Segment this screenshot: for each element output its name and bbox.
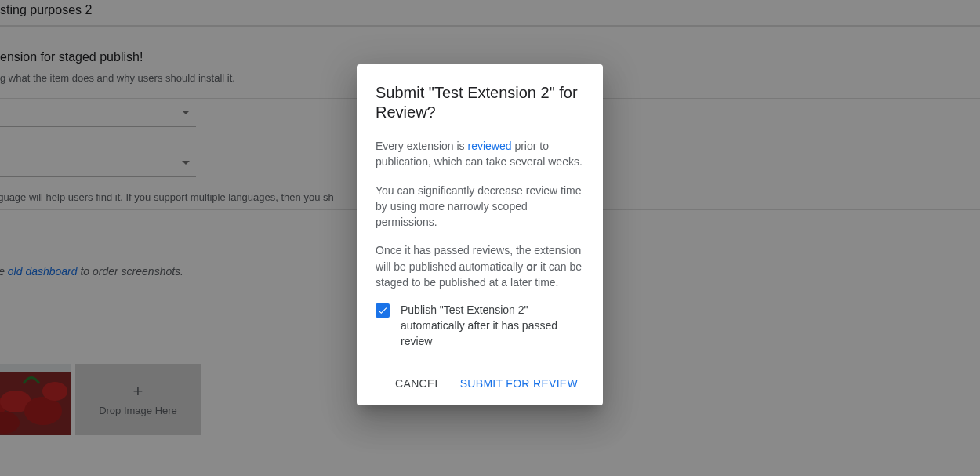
checkbox-checked-icon (376, 303, 390, 318)
auto-publish-option[interactable]: Publish "Test Extension 2" automatically… (376, 303, 584, 349)
dialog-paragraph-2: You can significantly decrease review ti… (376, 183, 584, 231)
cancel-button[interactable]: Cancel (389, 371, 448, 396)
dialog-paragraph-3: Once it has passed reviews, the extensio… (376, 242, 584, 290)
dialog-title: Submit "Test Extension 2" for Review? (376, 83, 584, 122)
submit-for-review-button[interactable]: Submit for Review (454, 371, 584, 396)
text: Every extension is (376, 140, 468, 152)
reviewed-link[interactable]: reviewed (468, 140, 512, 152)
submit-review-dialog: Submit "Test Extension 2" for Review? Ev… (357, 64, 603, 405)
dialog-paragraph-1: Every extension is reviewed prior to pub… (376, 138, 584, 170)
dialog-actions: Cancel Submit for Review (376, 371, 584, 396)
checkbox-label: Publish "Test Extension 2" automatically… (401, 303, 584, 349)
text-strong: or (526, 260, 537, 273)
